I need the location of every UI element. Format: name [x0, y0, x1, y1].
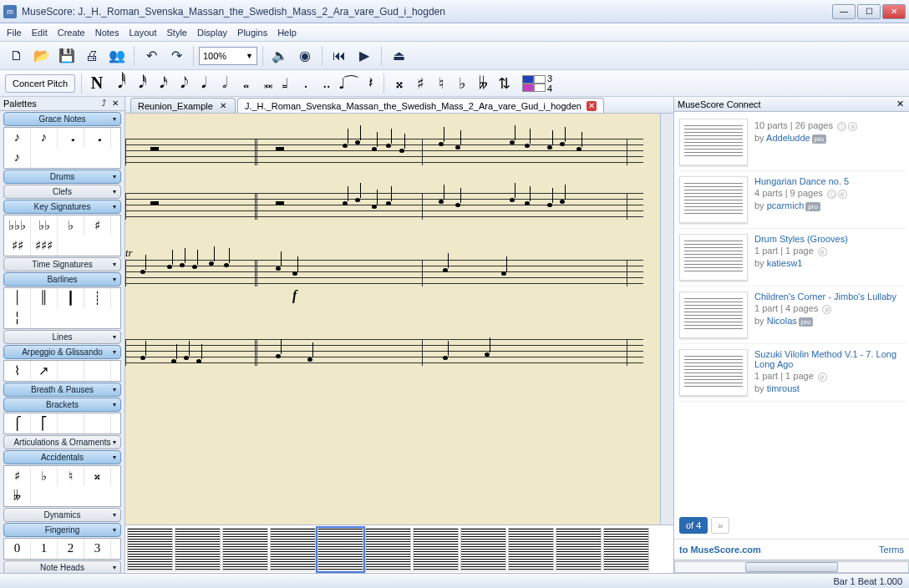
nav-page[interactable]	[508, 528, 554, 571]
nav-page[interactable]	[270, 528, 316, 571]
palette-cell[interactable]: ♪	[4, 148, 31, 168]
nav-page[interactable]	[127, 528, 173, 571]
maximize-button[interactable]: ☐	[857, 4, 881, 19]
note-quarter-button[interactable]: 𝅘𝅥	[192, 74, 211, 94]
palette-cell[interactable]: ♭	[58, 215, 84, 236]
palette-arpeggio-glissando[interactable]: Arpeggio & Glissando▾	[3, 345, 121, 359]
midi-button[interactable]: ◉	[293, 45, 317, 67]
repeat-button[interactable]: ⏏	[387, 45, 410, 67]
speaker-button[interactable]: 🔈	[268, 45, 292, 67]
palette-cell[interactable]: 0	[4, 539, 31, 559]
score-thumbnail[interactable]	[679, 119, 748, 165]
score-thumbnail[interactable]	[679, 234, 748, 281]
note-16th-button[interactable]: 𝅘𝅥𝅯	[150, 74, 169, 94]
palette-accidentals[interactable]: Accidentals▾	[3, 450, 121, 464]
author-link[interactable]: pcarmich	[767, 200, 805, 210]
flat-button[interactable]: ♭	[453, 74, 471, 94]
open-button[interactable]: 📂	[30, 45, 53, 67]
new-button[interactable]: 🗋	[5, 45, 28, 67]
note-input-button[interactable]: N	[88, 74, 106, 94]
nav-page[interactable]	[603, 528, 649, 571]
palette-articulations-ornaments[interactable]: Articulations & Ornaments▾	[3, 435, 121, 449]
voice-selector[interactable]: 3 4	[522, 74, 552, 94]
palette-cell[interactable]	[58, 413, 84, 433]
palette-grace-notes[interactable]: Grace Notes▾	[3, 112, 121, 126]
palette-time-signatures[interactable]: Time Signatures▾	[3, 257, 121, 271]
palette-clefs[interactable]: Clefs▾	[3, 185, 121, 199]
note-breve-button[interactable]: 𝅜	[255, 74, 273, 94]
score-thumbnail[interactable]	[679, 291, 748, 338]
vertical-scrollbar[interactable]	[660, 114, 673, 525]
author-link[interactable]: Addeludde	[766, 133, 810, 143]
palette-cell[interactable]: ♪	[31, 128, 58, 148]
palette-cell[interactable]: ↗	[31, 361, 58, 381]
score-title-link[interactable]: Children's Corner - Jimbo's Lullaby	[754, 291, 896, 302]
score-title-link[interactable]: Drum Styles (Grooves)	[754, 234, 848, 244]
rest-button[interactable]: 𝄽	[359, 74, 378, 94]
page-next-button[interactable]: »	[711, 517, 729, 534]
info-icon[interactable]: ⓘ	[837, 122, 846, 131]
menu-notes[interactable]: Notes	[95, 28, 119, 38]
palette-cell[interactable]: ⎧	[4, 413, 31, 433]
play-button[interactable]: ▶	[353, 45, 376, 67]
info-icon[interactable]: ⓘ	[827, 190, 836, 199]
palette-cell[interactable]: ♭♭♭	[4, 215, 31, 236]
palette-cell[interactable]: ⎡	[31, 413, 58, 433]
palette-cell[interactable]: 2	[58, 539, 84, 559]
double-dot-button[interactable]: ..	[317, 74, 336, 94]
nav-page[interactable]	[365, 528, 411, 571]
palette-brackets[interactable]: Brackets▾	[3, 398, 121, 412]
score-thumbnail[interactable]	[679, 349, 748, 396]
palette-key-signatures[interactable]: Key Signatures▾	[3, 200, 121, 214]
pin-icon[interactable]: ⤴	[98, 99, 109, 108]
palette-note-heads[interactable]: Note Heads▾	[3, 560, 121, 573]
terms-link[interactable]: Terms	[879, 545, 904, 555]
navigator[interactable]	[125, 525, 673, 573]
info-icon[interactable]: ⊘	[822, 305, 831, 314]
minimize-button[interactable]: —	[832, 4, 856, 19]
rewind-button[interactable]: ⏮	[328, 45, 351, 67]
dot-button[interactable]: .	[297, 74, 315, 94]
save-button[interactable]: 💾	[55, 45, 79, 67]
zoom-combo[interactable]: 100% ▼	[199, 47, 257, 65]
tab-svenska[interactable]: J._H._Roman_Svenska_Massan_the_Swedish_M…	[237, 98, 604, 113]
palette-cell[interactable]	[84, 413, 111, 433]
palette-dynamics[interactable]: Dynamics▾	[3, 508, 121, 522]
palette-fingering[interactable]: Fingering▾	[3, 523, 121, 537]
connect-hscroll[interactable]	[674, 560, 909, 573]
nc-icon[interactable]: ⊘	[848, 122, 857, 131]
nav-page[interactable]	[317, 528, 363, 571]
note-32nd-button[interactable]: 𝅘𝅥𝅰	[129, 74, 148, 94]
note-8th-button[interactable]: 𝅘𝅥𝅮	[171, 74, 190, 94]
note-64th-button[interactable]: 𝅘𝅥𝅱	[109, 74, 127, 94]
author-link[interactable]: timroust	[767, 383, 800, 393]
nav-page[interactable]	[175, 528, 221, 571]
info-icon[interactable]: ⊘	[818, 247, 827, 256]
palette-cell[interactable]	[58, 361, 84, 381]
musescore-link[interactable]: to MuseScore.com	[679, 545, 761, 555]
close-icon[interactable]: ✕	[109, 99, 121, 108]
concert-pitch-button[interactable]: Concert Pitch	[5, 74, 75, 93]
nav-page[interactable]	[556, 528, 602, 571]
palette-lines[interactable]: Lines▾	[3, 330, 121, 344]
palette-cell[interactable]: ⌇	[4, 361, 31, 381]
flip-button[interactable]: ⇅	[495, 74, 513, 94]
palette-cell[interactable]: ♪	[4, 128, 31, 148]
tab-close-icon[interactable]: ✕	[218, 101, 228, 111]
close-button[interactable]: ✕	[882, 4, 906, 19]
note-whole-button[interactable]: 𝅝	[234, 74, 252, 94]
note-half-button[interactable]: 𝅗𝅥	[213, 74, 231, 94]
palette-cell[interactable]: ♯♯	[4, 236, 31, 256]
natural-button[interactable]: ♮	[432, 74, 450, 94]
double-sharp-button[interactable]: 𝄪	[390, 74, 409, 94]
palette-cell[interactable]: ♮	[58, 466, 84, 486]
close-icon[interactable]: ✕	[894, 99, 906, 109]
menu-layout[interactable]: Layout	[129, 28, 156, 38]
palette-cell[interactable]	[84, 361, 111, 381]
tab-reunion[interactable]: Reunion_Example ✕	[130, 98, 236, 113]
menu-create[interactable]: Create	[58, 28, 85, 38]
author-link[interactable]: katiesw1	[767, 258, 803, 268]
nav-page[interactable]	[413, 528, 459, 571]
menu-help[interactable]: Help	[277, 28, 297, 38]
palette-cell[interactable]: 1	[31, 539, 58, 559]
